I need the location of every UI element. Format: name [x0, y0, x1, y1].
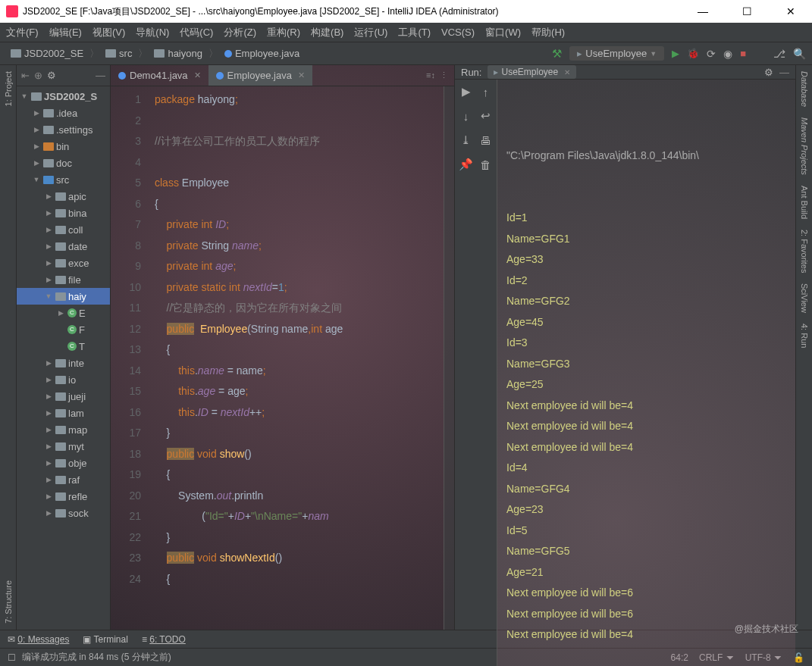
scroll-icon[interactable]: ⤓ [459, 133, 474, 148]
right-tool-button[interactable]: Database [800, 71, 809, 107]
run-output[interactable]: "C:\Program Files\Java\jdk1.8.0_144\bin\… [497, 80, 795, 666]
code-text[interactable]: package haiyong; //计算在公司工作的员工人数的程序 class… [149, 86, 444, 630]
tree-row[interactable]: ▶myt [17, 438, 110, 455]
menu-item[interactable]: 构建(B) [311, 26, 343, 39]
right-tool-button[interactable]: Maven Projects [800, 117, 809, 175]
breadcrumb-item[interactable]: haiyong [149, 46, 207, 61]
run-button[interactable]: ▶ [672, 48, 679, 59]
expand-arrow-icon[interactable]: ▶ [44, 426, 53, 433]
menu-item[interactable]: 帮助(H) [531, 26, 565, 39]
menu-item[interactable]: 文件(F) [6, 26, 39, 39]
profile-button[interactable]: ◉ [723, 48, 732, 60]
pin-icon[interactable]: 📌 [459, 157, 474, 172]
status-icon[interactable]: ☐ [8, 652, 16, 663]
menu-item[interactable]: 重构(R) [267, 26, 300, 39]
expand-arrow-icon[interactable]: ▶ [44, 376, 53, 383]
minimize-button[interactable]: — [688, 5, 718, 17]
down-icon[interactable]: ↓ [459, 108, 474, 124]
tree-row[interactable]: ▼JSD2002_S [17, 88, 110, 105]
tree-row[interactable]: CF [17, 321, 110, 338]
structure-tool-button[interactable]: 7: Structure [4, 580, 13, 624]
run-tab[interactable]: ▸ UseEmployee ✕ [488, 65, 576, 79]
tree-row[interactable]: ▶.idea [17, 105, 110, 121]
expand-arrow-icon[interactable]: ▶ [44, 359, 53, 367]
collapse-icon[interactable]: ⇤ [21, 70, 30, 81]
menu-item[interactable]: 工具(T) [398, 26, 431, 39]
tree-row[interactable]: ▶exce [17, 255, 110, 271]
expand-arrow-icon[interactable]: ▼ [44, 292, 53, 300]
code-area[interactable]: 123456789101112131415161718192021222324 … [111, 86, 454, 630]
project-tool-button[interactable]: 1: Project [4, 71, 13, 106]
maximize-button[interactable]: ☐ [732, 5, 762, 17]
debug-button[interactable]: 🐞 [687, 48, 699, 59]
expand-arrow-icon[interactable]: ▶ [32, 126, 41, 133]
expand-arrow-icon[interactable]: ▼ [20, 92, 29, 100]
hide-icon[interactable]: — [779, 67, 789, 78]
expand-arrow-icon[interactable]: ▶ [44, 509, 53, 517]
expand-arrow-icon[interactable]: ▶ [44, 442, 53, 450]
right-tool-button[interactable]: 2: Favorites [800, 230, 809, 273]
editor-tab[interactable]: Employee.java✕ [208, 65, 312, 86]
error-stripe[interactable] [444, 86, 454, 630]
expand-arrow-icon[interactable]: ▶ [44, 209, 53, 217]
tree-row[interactable]: CT [17, 338, 110, 355]
tree-row[interactable]: ▼src [17, 171, 110, 188]
right-tool-button[interactable]: 4: Run [800, 324, 809, 348]
gear-icon[interactable]: ⚙ [47, 70, 56, 81]
tree-row[interactable]: ▶coll [17, 221, 110, 238]
close-icon[interactable]: ✕ [564, 68, 570, 77]
menu-item[interactable]: 编辑(E) [49, 26, 82, 39]
menu-item[interactable]: VCS(S) [441, 27, 475, 38]
expand-arrow-icon[interactable]: ▶ [44, 409, 53, 417]
vcs-icon[interactable]: ⎇ [773, 48, 785, 60]
tree-row[interactable]: ▶sock [17, 505, 110, 521]
tree-row[interactable]: ▶bin [17, 138, 110, 155]
right-tool-button[interactable]: Ant Build [800, 186, 809, 219]
tree-row[interactable]: ▶raf [17, 471, 110, 488]
tree-row[interactable]: ▶obje [17, 455, 110, 471]
select-icon[interactable]: ⊕ [34, 70, 42, 81]
close-icon[interactable]: ✕ [298, 70, 305, 80]
hide-icon[interactable]: — [96, 70, 105, 81]
expand-arrow-icon[interactable]: ▶ [44, 459, 53, 467]
expand-arrow-icon[interactable]: ▶ [44, 492, 53, 500]
rerun-button[interactable]: ▶ [459, 84, 474, 99]
right-tool-button[interactable]: SciView [800, 283, 809, 313]
expand-arrow-icon[interactable]: ▶ [44, 259, 53, 267]
clear-icon[interactable]: 🗑 [478, 157, 494, 172]
close-button[interactable]: ✕ [776, 5, 806, 17]
tree-row[interactable]: ▶.settings [17, 121, 110, 138]
editor-tab[interactable]: Demo41.java✕ [111, 65, 208, 86]
stop-button[interactable]: ■ [740, 48, 746, 59]
run-config-selector[interactable]: ▸ UseEmployee ▼ [569, 46, 664, 61]
tree-row[interactable]: ▶inte [17, 355, 110, 371]
breadcrumb-item[interactable]: Employee.java [220, 46, 304, 61]
build-icon[interactable]: ⚒ [552, 47, 562, 61]
menu-item[interactable]: 代码(C) [180, 26, 213, 39]
expand-arrow-icon[interactable]: ▼ [32, 176, 41, 183]
expand-arrow-icon[interactable]: ▶ [32, 159, 41, 167]
menu-item[interactable]: 分析(Z) [224, 26, 256, 39]
tree-row[interactable]: ▶file [17, 271, 110, 288]
print-icon[interactable]: 🖶 [478, 133, 494, 148]
terminal-button[interactable]: ▣ Terminal [83, 634, 127, 645]
expand-arrow-icon[interactable]: ▶ [44, 192, 53, 200]
tree-row[interactable]: ▶map [17, 421, 110, 438]
menu-item[interactable]: 视图(V) [92, 26, 125, 39]
search-icon[interactable]: 🔍 [793, 48, 806, 60]
tree-row[interactable]: ▶doc [17, 155, 110, 171]
tree-row[interactable]: ▶refle [17, 488, 110, 505]
close-icon[interactable]: ✕ [194, 70, 201, 80]
tab-menu-icon[interactable]: ⋮ [440, 70, 448, 80]
expand-arrow-icon[interactable]: ▶ [44, 226, 53, 233]
tree-row[interactable]: ▶CE [17, 305, 110, 321]
tree-row[interactable]: ▶bina [17, 205, 110, 221]
expand-arrow-icon[interactable]: ▶ [44, 392, 53, 400]
expand-arrow-icon[interactable]: ▶ [44, 476, 53, 483]
menu-item[interactable]: 运行(U) [354, 26, 387, 39]
expand-arrow-icon[interactable]: ▶ [56, 309, 65, 317]
messages-button[interactable]: ✉ 0: Messages [8, 634, 69, 645]
tree-row[interactable]: ▶lam [17, 405, 110, 421]
expand-arrow-icon[interactable]: ▶ [32, 109, 41, 117]
breadcrumb-item[interactable]: src [101, 46, 136, 61]
